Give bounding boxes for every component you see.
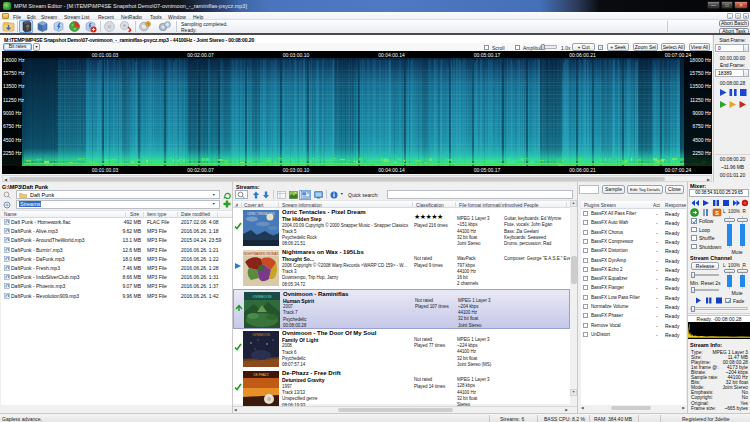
svg-text:OVNIMOON: OVNIMOON bbox=[252, 333, 270, 337]
svg-text:OZRIC TENTACLES: OZRIC TENTACLES bbox=[247, 212, 275, 216]
svg-text:NIGHTMARES ON WAX: NIGHTMARES ON WAX bbox=[244, 252, 279, 256]
svg-text:DE-PHAZZ: DE-PHAZZ bbox=[254, 373, 269, 377]
svg-text:OVNIMOON: OVNIMOON bbox=[253, 294, 272, 298]
svg-text:S: S bbox=[715, 210, 719, 216]
